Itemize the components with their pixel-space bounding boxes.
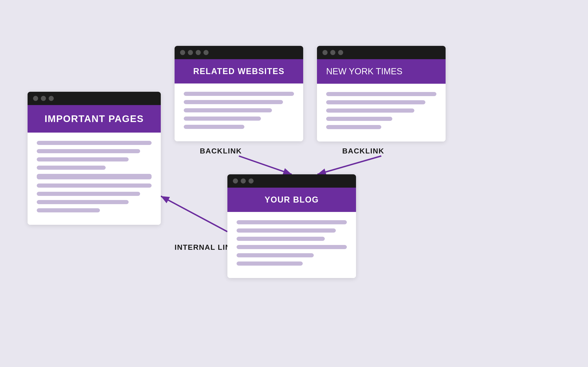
content-line [184, 100, 283, 104]
svg-line-4 [161, 196, 227, 232]
diagram-container: BACKLINK BACKLINK INTERNAL LINK IMPORTAN… [0, 0, 588, 367]
titlebar-related [174, 46, 303, 59]
backlink-left-label: BACKLINK [200, 147, 242, 155]
content-line [326, 125, 381, 129]
dot-4 [204, 50, 208, 55]
svg-line-0 [239, 156, 292, 174]
dot-1 [233, 178, 238, 184]
content-line [237, 253, 314, 257]
header-blog: YOUR BLOG [227, 188, 356, 212]
dot-1 [33, 96, 38, 101]
content-line [326, 108, 414, 113]
content-line [37, 192, 140, 196]
content-line [326, 92, 436, 96]
svg-line-2 [317, 156, 381, 174]
content-line [184, 117, 261, 121]
content-line [37, 157, 129, 161]
dot-1 [180, 50, 185, 55]
title-related: RELATED WEBSITES [193, 67, 284, 76]
window-your-blog: YOUR BLOG [227, 174, 356, 278]
header-related: RELATED WEBSITES [174, 59, 303, 83]
content-line [37, 141, 152, 145]
dot-2 [330, 50, 335, 55]
svg-marker-5 [161, 196, 170, 203]
window-related-websites: RELATED WEBSITES [174, 46, 303, 141]
dot-3 [249, 178, 254, 184]
content-line [37, 208, 100, 212]
window-new-york-times: New York Times [317, 46, 446, 142]
titlebar-important [27, 92, 161, 105]
titlebar-nyt [317, 46, 446, 59]
content-line [184, 125, 244, 129]
dot-3 [49, 96, 54, 101]
title-blog: YOUR BLOG [265, 195, 319, 205]
content-line [37, 149, 140, 153]
svg-marker-1 [283, 168, 292, 175]
title-nyt: New York Times [326, 67, 402, 76]
content-line [37, 200, 129, 204]
content-line [237, 245, 347, 249]
content-line [37, 184, 152, 188]
window-important-pages: IMPORTANT PAGES [27, 92, 161, 225]
content-important [27, 133, 161, 225]
content-nyt [317, 84, 446, 142]
dot-1 [322, 50, 328, 55]
content-line [37, 166, 106, 170]
dot-3 [338, 50, 343, 55]
backlink-right-label: BACKLINK [342, 147, 384, 155]
content-line [184, 108, 272, 112]
dot-2 [41, 96, 46, 101]
content-blog [227, 212, 356, 278]
content-line [326, 100, 425, 104]
title-important: IMPORTANT PAGES [44, 113, 144, 124]
titlebar-blog [227, 174, 356, 188]
content-line [237, 228, 336, 233]
dot-2 [188, 50, 193, 55]
content-line [237, 237, 325, 241]
content-line [237, 220, 347, 224]
dot-2 [241, 178, 246, 184]
content-line [184, 92, 294, 96]
header-nyt: New York Times [317, 59, 446, 84]
dot-3 [196, 50, 201, 55]
content-line [326, 117, 392, 121]
content-line [237, 261, 303, 266]
content-related [174, 83, 303, 141]
header-important: IMPORTANT PAGES [27, 105, 161, 133]
